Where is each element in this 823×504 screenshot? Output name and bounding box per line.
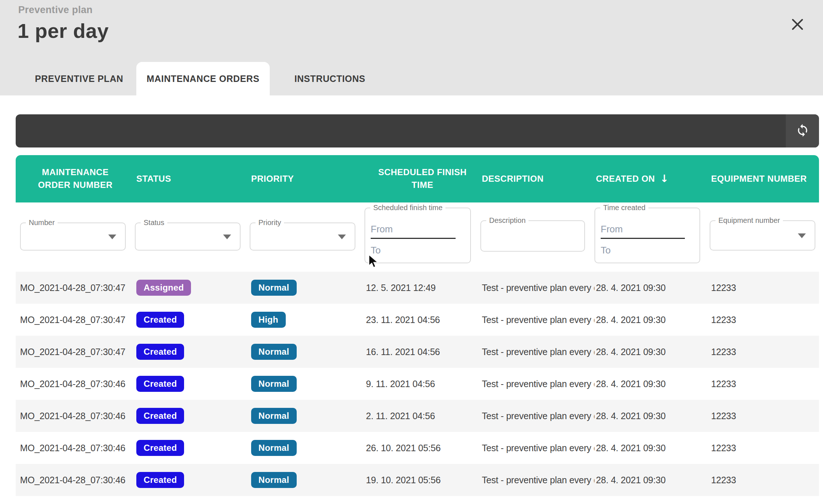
cell-order-number: MO_2021-04-28_07:30:46 [16,475,135,485]
cell-description: Test - preventive plan every d... [480,283,594,293]
plan-type-label: Preventive plan [18,4,93,16]
tab-instructions[interactable]: INSTRUCTIONS [270,62,390,95]
filter-row: Number Status Priority Scheduled finish … [16,202,819,272]
cell-created-on: 28. 4. 2021 09:30 [594,411,710,421]
tab-maintenance-orders[interactable]: MAINTENANCE ORDERS [136,62,270,95]
filter-status-label: Status [141,218,167,227]
cell-priority: High [250,312,364,328]
column-header-scheduled-finish[interactable]: SCHEDULED FINISH TIME [364,155,480,202]
priority-badge: Normal [251,472,297,488]
table-row[interactable]: MO_2021-04-28_07:30:46 Created Normal 2.… [16,400,819,432]
cell-scheduled-finish: 26. 10. 2021 05:56 [364,443,480,453]
cell-priority: Normal [250,408,364,424]
column-header-equipment-number[interactable]: EQUIPMENT NUMBER [710,155,819,202]
sort-desc-icon[interactable]: ↓ [660,172,669,186]
cell-scheduled-finish: 19. 10. 2021 05:56 [364,475,480,485]
status-badge: Created [136,344,184,360]
table-header-row: MAINTENANCE ORDER NUMBER STATUS PRIORITY… [16,155,819,202]
cell-order-number: MO_2021-04-28_07:30:46 [16,411,135,421]
cell-status: Created [135,312,250,328]
filter-description-input[interactable]: Description [480,220,585,252]
column-header-description[interactable]: DESCRIPTION [480,155,594,202]
dropdown-arrow-icon[interactable] [223,235,231,239]
scheduled-from-input[interactable]: From [371,224,456,239]
filter-scheduled-finish-time[interactable]: Scheduled finish time From To [364,208,471,263]
status-badge: Created [136,312,184,328]
table-row[interactable]: MO_2021-04-28_07:30:46 Created Normal 9.… [16,368,819,400]
cell-priority: Normal [250,280,364,296]
column-header-priority[interactable]: PRIORITY [250,155,364,202]
cell-scheduled-finish: 16. 11. 2021 04:56 [364,347,480,357]
priority-badge: Normal [251,408,297,424]
status-badge: Created [136,376,184,392]
status-badge: Assigned [136,280,191,296]
filter-equipment-label: Equipment number [715,216,783,225]
cell-order-number: MO_2021-04-28_07:30:46 [16,443,135,453]
created-on-label: CREATED ON [596,173,655,185]
cell-equipment-number: 12233 [710,315,819,325]
cell-status: Assigned [135,280,250,296]
cell-equipment-number: 12233 [710,411,819,421]
cell-created-on: 28. 4. 2021 09:30 [594,283,710,293]
tab-bar: PREVENTIVE PLAN MAINTENANCE ORDERS INSTR… [22,62,390,95]
column-header-order-number[interactable]: MAINTENANCE ORDER NUMBER [16,155,135,202]
cell-description: Test - preventive plan every d... [480,315,594,325]
scheduled-to-input[interactable]: To [371,245,381,256]
dropdown-arrow-icon[interactable] [338,235,346,239]
column-header-status[interactable]: STATUS [135,155,250,202]
cell-priority: Normal [250,440,364,456]
priority-badge: Normal [251,344,297,360]
filter-priority-select[interactable]: Priority [250,223,355,251]
table-row[interactable]: MO_2021-04-28_07:30:46 Created Normal 19… [16,464,819,496]
priority-badge: Normal [251,280,297,296]
cell-created-on: 28. 4. 2021 09:30 [594,347,710,357]
cell-equipment-number: 12233 [710,379,819,389]
filter-description-label: Description [486,216,528,225]
cell-order-number: MO_2021-04-28_07:30:46 [16,379,135,389]
page-title: 1 per day [17,19,109,43]
cell-status: Created [135,440,250,456]
column-header-created-on[interactable]: CREATED ON ↓ [594,155,710,202]
cell-order-number: MO_2021-04-28_07:30:47 [16,347,135,357]
cell-created-on: 28. 4. 2021 09:30 [594,475,710,485]
cell-priority: Normal [250,472,364,488]
table-row[interactable]: MO_2021-04-28_07:30:46 Created Normal 26… [16,432,819,464]
close-icon [791,17,804,32]
cell-priority: Normal [250,376,364,392]
cell-order-number: MO_2021-04-28_07:30:47 [16,283,135,293]
dropdown-arrow-icon[interactable] [798,233,806,238]
tab-preventive-plan[interactable]: PREVENTIVE PLAN [22,62,136,95]
table-row[interactable]: MO_2021-04-28_07:30:47 Created Normal 16… [16,336,819,368]
filter-number-select[interactable]: Number [20,223,126,251]
cell-priority: Normal [250,344,364,360]
cell-equipment-number: 12233 [710,283,819,293]
status-badge: Created [136,408,184,424]
status-badge: Created [136,472,184,488]
cell-equipment-number: 12233 [710,443,819,453]
cell-status: Created [135,376,250,392]
table-row[interactable]: MO_2021-04-28_07:30:47 Created High 23. … [16,304,819,336]
refresh-button[interactable] [786,114,819,147]
filter-time-created-label: Time created [600,204,648,212]
table-toolbar [16,114,819,147]
filter-number-label: Number [26,218,58,227]
filter-priority-label: Priority [256,218,284,227]
time-created-to-input[interactable]: To [601,245,611,256]
close-button[interactable] [788,15,807,34]
filter-scheduled-label: Scheduled finish time [370,204,445,212]
cell-created-on: 28. 4. 2021 09:30 [594,379,710,389]
priority-badge: Normal [251,440,297,456]
filter-time-created[interactable]: Time created From To [594,208,700,263]
cell-scheduled-finish: 23. 11. 2021 04:56 [364,315,480,325]
filter-equipment-number-select[interactable]: Equipment number [710,220,815,251]
table-row[interactable]: MO_2021-04-28_07:30:47 Assigned Normal 1… [16,272,819,304]
cell-description: Test - preventive plan every d... [480,347,594,357]
status-badge: Created [136,440,184,456]
dropdown-arrow-icon[interactable] [108,235,116,239]
table-body: MO_2021-04-28_07:30:47 Assigned Normal 1… [16,272,819,496]
cell-status: Created [135,344,250,360]
cell-scheduled-finish: 2. 11. 2021 04:56 [364,411,480,421]
cell-created-on: 28. 4. 2021 09:30 [594,315,710,325]
filter-status-select[interactable]: Status [135,223,241,251]
time-created-from-input[interactable]: From [601,224,685,239]
